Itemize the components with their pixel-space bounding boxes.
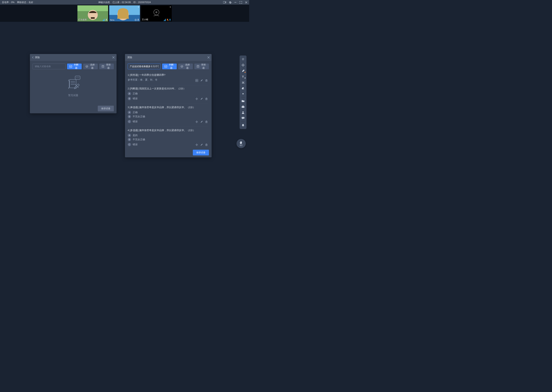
packet-loss-label: 丢包率：0% xyxy=(2,1,14,4)
short-answer-button[interactable]: 简答题 xyxy=(99,63,114,69)
edit-icon[interactable] xyxy=(200,79,203,82)
svg-rect-45 xyxy=(206,121,207,123)
button-label: 选择题 xyxy=(184,63,190,70)
question-title: 2 [判断题] 我国宪法上一次更新是在2020年。（2分） xyxy=(128,87,208,90)
bell-icon[interactable] xyxy=(240,123,246,128)
question-option[interactable]: B不完全正确 xyxy=(128,138,208,141)
button-label: 简答题 xyxy=(105,63,112,70)
question-title: 4 [多选题] 施华洛世奇是反华品牌，所以梁鼎琪反华。（2分） xyxy=(128,129,208,132)
choice-question-button[interactable]: 选择题 xyxy=(178,63,193,69)
judge-question-button[interactable]: 判断题 xyxy=(162,63,177,69)
empty-text: 暂无试题 xyxy=(68,94,78,97)
question-option[interactable]: B错误 xyxy=(128,97,138,100)
panel-title: 测验 xyxy=(35,56,40,59)
svg-rect-52 xyxy=(242,106,244,108)
judge-question-button[interactable]: 判断题 xyxy=(67,63,82,69)
move-icon[interactable] xyxy=(195,98,198,100)
option-text: 正确 xyxy=(133,111,138,114)
delete-icon[interactable] xyxy=(205,79,208,82)
option-text: 错误 xyxy=(133,120,138,123)
svg-point-16 xyxy=(155,11,157,13)
move-icon[interactable] xyxy=(195,79,198,82)
video-tile[interactable]: × Nina xyxy=(109,5,140,21)
text-tool-icon[interactable]: T xyxy=(240,74,246,79)
choice-question-button[interactable]: 选择题 xyxy=(83,63,98,69)
option-text: 不完全正确 xyxy=(133,115,145,118)
svg-rect-19 xyxy=(170,19,170,20)
reference-answer: 参考答案：春、夏、秋、冬 xyxy=(128,78,158,82)
close-icon[interactable] xyxy=(207,56,210,59)
question-option[interactable]: B不完全正确 xyxy=(128,115,208,118)
close-icon[interactable] xyxy=(112,56,115,59)
minimize-icon[interactable] xyxy=(234,1,237,4)
move-icon[interactable] xyxy=(195,143,198,146)
button-label: 判断题 xyxy=(73,63,79,70)
quiz-panel-empty: 测验 判断题 选择题 简答题 xyxy=(30,54,116,113)
network-status-label: 网络状态：良好 xyxy=(17,1,33,4)
cursor-tool-icon[interactable] xyxy=(240,57,246,62)
video-tile[interactable]: 叮当老师 xyxy=(77,5,108,21)
edit-icon[interactable] xyxy=(200,98,203,100)
option-letter: A xyxy=(128,133,131,137)
panel-header: 测验 xyxy=(30,54,116,61)
mic-indicator xyxy=(164,19,171,21)
svg-point-33 xyxy=(77,77,78,78)
svg-point-13 xyxy=(135,20,136,20)
eraser-tool-icon[interactable] xyxy=(240,85,246,91)
edit-icon[interactable] xyxy=(200,120,203,123)
delete-icon[interactable] xyxy=(205,120,208,123)
question-option[interactable]: C错误 xyxy=(128,120,138,123)
svg-point-38 xyxy=(181,65,183,68)
side-toolbar: T xyxy=(240,56,247,129)
question-title: 3 [单选题] 施华洛世奇是反华品牌，所以梁鼎琪反华。（2分） xyxy=(128,106,208,109)
save-quiz-button[interactable]: 保存试卷 xyxy=(98,106,114,112)
question-option[interactable]: A是的 xyxy=(128,133,208,137)
toolbox-icon[interactable] xyxy=(240,104,246,109)
button-label: 判断题 xyxy=(168,63,174,70)
delete-icon[interactable] xyxy=(205,98,208,100)
class-title: 神秘大自然 xyxy=(98,1,110,4)
svg-point-51 xyxy=(242,93,244,94)
fullscreen-icon[interactable] xyxy=(239,1,242,4)
class-id: ID：2020070324 xyxy=(133,1,151,4)
svg-point-57 xyxy=(243,118,243,118)
settings-icon[interactable] xyxy=(228,1,232,4)
move-icon[interactable] xyxy=(195,120,198,123)
svg-rect-22 xyxy=(70,65,72,68)
option-text: 错误 xyxy=(133,143,138,146)
video-close-icon[interactable]: × xyxy=(170,6,171,8)
question-option[interactable]: A正确 xyxy=(128,111,208,114)
pen-tool-icon[interactable] xyxy=(240,68,246,73)
record-icon[interactable] xyxy=(223,1,226,4)
folder-icon[interactable] xyxy=(240,98,246,104)
back-icon[interactable] xyxy=(32,56,34,59)
svg-rect-14 xyxy=(138,19,138,20)
svg-rect-53 xyxy=(242,106,244,106)
close-window-icon[interactable] xyxy=(245,1,248,4)
video-close-icon[interactable]: × xyxy=(138,6,139,8)
class-elapsed-time: 已上课：02:34:09 xyxy=(113,1,131,4)
delete-icon[interactable] xyxy=(205,143,208,146)
scissors-tool-icon[interactable] xyxy=(240,80,246,85)
question-option[interactable]: C错误 xyxy=(128,143,138,146)
quiz-name-input[interactable] xyxy=(33,63,65,69)
save-quiz-button[interactable]: 保存试卷 xyxy=(193,150,209,155)
svg-point-58 xyxy=(243,118,244,118)
svg-rect-7 xyxy=(91,17,95,19)
quiz-name-input[interactable] xyxy=(128,63,161,69)
edit-icon[interactable] xyxy=(200,143,203,146)
option-text: 正确 xyxy=(133,92,138,95)
button-label: 选择题 xyxy=(89,63,95,70)
chat-icon[interactable] xyxy=(240,115,246,121)
move-tool-icon[interactable] xyxy=(240,63,246,68)
short-answer-button[interactable]: 简答题 xyxy=(194,63,209,69)
svg-rect-27 xyxy=(70,79,76,88)
question-option[interactable]: A正确 xyxy=(128,92,208,95)
video-tile[interactable]: × 王小明 xyxy=(141,5,172,21)
person-icon[interactable] xyxy=(240,110,246,115)
pointer-tool-icon[interactable] xyxy=(240,91,246,97)
question-item: 1 [简答题] 一年四季分别是哪四季?参考答案：春、夏、秋、冬 xyxy=(128,72,208,85)
question-item: 2 [判断题] 我国宪法上一次更新是在2020年。（2分）A正确B错误 xyxy=(128,85,208,104)
hand-raise-button[interactable]: 0/2 xyxy=(237,139,246,148)
question-list[interactable]: 1 [简答题] 一年四季分别是哪四季?参考答案：春、夏、秋、冬2 [判断题] 我… xyxy=(128,72,209,147)
